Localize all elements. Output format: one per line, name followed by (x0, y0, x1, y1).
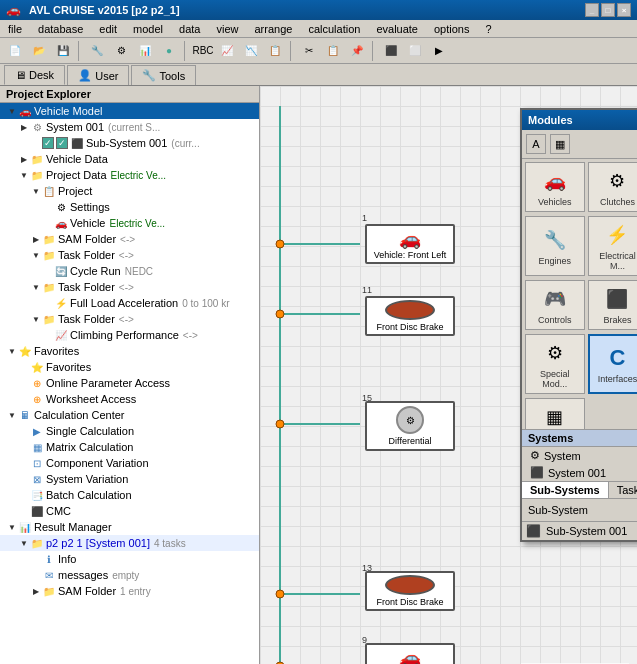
tree-item-subsystem-001[interactable]: ✓ ✓ ⬛ Sub-System 001 (curr... (0, 135, 259, 151)
expand-icon[interactable]: ▼ (6, 521, 18, 533)
module-interfaces[interactable]: C Interfaces (588, 334, 637, 394)
module-vehicles[interactable]: 🚗 Vehicles (525, 162, 585, 212)
toolbar-btn-cut[interactable]: ✂ (298, 40, 320, 62)
toolbar-btn-5[interactable]: RBC (192, 40, 214, 62)
menu-view[interactable]: view (212, 22, 242, 36)
expand-icon[interactable]: ▼ (6, 345, 18, 357)
expand-icon[interactable]: ▼ (18, 537, 30, 549)
toolbar-btn-paste[interactable]: 📌 (346, 40, 368, 62)
toolbar-btn-1[interactable]: 🔧 (86, 40, 108, 62)
node-front-disc-brake1[interactable]: Front Disc Brake (365, 296, 455, 336)
menu-file[interactable]: file (4, 22, 26, 36)
tree-item-task-folder2[interactable]: ▼ 📁 Task Folder <-> (0, 279, 259, 295)
tree-item-vehicle-data[interactable]: ▶ 📁 Vehicle Data (0, 151, 259, 167)
tree-item-calc-center[interactable]: ▼ 🖩 Calculation Center (0, 407, 259, 423)
expand-icon[interactable]: ▼ (30, 313, 42, 325)
module-macros[interactable]: ▦ Macros (525, 398, 585, 429)
module-special[interactable]: ⚙ Special Mod... (525, 334, 585, 394)
expand-icon[interactable]: ▶ (18, 121, 30, 133)
node-vehicle-front-right[interactable]: 🚗 Vehicle: Front Right (365, 643, 455, 664)
tree-item-single-calc[interactable]: ▶ Single Calculation (0, 423, 259, 439)
tree-item-task-folder1[interactable]: ▼ 📁 Task Folder <-> (0, 247, 259, 263)
menu-options[interactable]: options (430, 22, 473, 36)
expand-icon[interactable]: ▼ (30, 249, 42, 261)
toolbar-btn-6[interactable]: 📈 (216, 40, 238, 62)
tree-item-vehicle[interactable]: 🚗 Vehicle Electric Ve... (0, 215, 259, 231)
tree-item-favorites-sub[interactable]: ⭐ Favorites (0, 359, 259, 375)
tree-item-favorites[interactable]: ▼ ⭐ Favorites (0, 343, 259, 359)
expand-icon[interactable]: ▼ (30, 185, 42, 197)
module-electrical[interactable]: ⚡ Electrical M... (588, 216, 637, 276)
expand-icon[interactable]: ▼ (18, 169, 30, 181)
tree-item-settings[interactable]: ⚙ Settings (0, 199, 259, 215)
tab-desk[interactable]: 🖥 Desk (4, 65, 65, 85)
toolbar-btn-2[interactable]: ⚙ (110, 40, 132, 62)
menu-database[interactable]: database (34, 22, 87, 36)
menu-help[interactable]: ? (481, 22, 495, 36)
menu-model[interactable]: model (129, 22, 167, 36)
menu-evaluate[interactable]: evaluate (372, 22, 422, 36)
node-front-disc-brake2[interactable]: Front Disc Brake (365, 571, 455, 611)
toolbar-btn-4[interactable]: ● (158, 40, 180, 62)
node-differential[interactable]: ⚙ Differential (365, 401, 455, 451)
tree-item-messages[interactable]: ✉ messages empty (0, 567, 259, 583)
tree-item-info[interactable]: ℹ Info (0, 551, 259, 567)
tree-item-result-mgr[interactable]: ▼ 📊 Result Manager (0, 519, 259, 535)
module-engines[interactable]: 🔧 Engines (525, 216, 585, 276)
menu-calculation[interactable]: calculation (304, 22, 364, 36)
tree-item-batch-calc[interactable]: 📑 Batch Calculation (0, 487, 259, 503)
subsys-row-001[interactable]: ⬛ Sub-System 001 ✓ ✓ (522, 522, 637, 540)
subsys-tab-tasks[interactable]: Tasks ⊕ (609, 482, 637, 498)
tree-item-system-var[interactable]: ⊠ System Variation (0, 471, 259, 487)
tree-item-component-var[interactable]: ⊡ Component Variation (0, 455, 259, 471)
module-clutches[interactable]: ⚙ Clutches (588, 162, 637, 212)
dialog-tool-text[interactable]: A (526, 134, 546, 154)
subsys-tab-subsystems[interactable]: Sub-Systems (522, 482, 609, 498)
toolbar-btn-7[interactable]: 📉 (240, 40, 262, 62)
toolbar-btn-save[interactable]: 💾 (52, 40, 74, 62)
tree-item-matrix-calc[interactable]: ▦ Matrix Calculation (0, 439, 259, 455)
toolbar-btn-copy[interactable]: 📋 (322, 40, 344, 62)
expand-icon[interactable]: ▼ (6, 409, 18, 421)
tree-item-sam-folder[interactable]: ▶ 📁 SAM Folder <-> (0, 231, 259, 247)
tree-item-full-load[interactable]: ⚡ Full Load Acceleration 0 to 100 kr (0, 295, 259, 311)
maximize-button[interactable]: □ (601, 3, 615, 17)
tab-tools[interactable]: 🔧 Tools (131, 65, 196, 85)
expand-icon[interactable]: ▼ (6, 105, 18, 117)
expand-icon[interactable]: ▼ (30, 281, 42, 293)
toolbar-btn-11[interactable]: ▶ (428, 40, 450, 62)
tree-item-system-001[interactable]: ▶ ⚙ System 001 (current S... (0, 119, 259, 135)
tree-item-vehicle-model[interactable]: ▼ 🚗 Vehicle Model (0, 103, 259, 119)
tree-item-sam-folder2[interactable]: ▶ 📁 SAM Folder 1 entry (0, 583, 259, 599)
module-list[interactable]: 🚗 Vehicles ⚙ Clutches ⚙ Gear Box (522, 159, 637, 429)
system-item-system-001[interactable]: ⬛ System 001 (522, 464, 637, 481)
tree-item-cmc[interactable]: ⬛ CMC (0, 503, 259, 519)
toolbar-btn-8[interactable]: 📋 (264, 40, 286, 62)
dialog-tool-grid[interactable]: ▦ (550, 134, 570, 154)
toolbar-btn-open[interactable]: 📂 (28, 40, 50, 62)
tree-item-worksheet[interactable]: ⊕ Worksheet Access (0, 391, 259, 407)
menu-edit[interactable]: edit (95, 22, 121, 36)
expand-icon[interactable]: ▶ (30, 585, 42, 597)
node-vehicle-front-left[interactable]: 🚗 Vehicle: Front Left (365, 224, 455, 264)
menu-arrange[interactable]: arrange (250, 22, 296, 36)
toolbar-btn-10[interactable]: ⬜ (404, 40, 426, 62)
close-button[interactable]: × (617, 3, 631, 17)
toolbar-btn-new[interactable]: 📄 (4, 40, 26, 62)
tab-user[interactable]: 👤 User (67, 65, 129, 85)
menu-data[interactable]: data (175, 22, 204, 36)
toolbar-btn-3[interactable]: 📊 (134, 40, 156, 62)
expand-icon[interactable]: ▶ (18, 153, 30, 165)
tree-item-task-folder3[interactable]: ▼ 📁 Task Folder <-> (0, 311, 259, 327)
tree-item-p2p2[interactable]: ▼ 📁 p2 p2 1 [System 001] 4 tasks (0, 535, 259, 551)
module-brakes[interactable]: ⬛ Brakes (588, 280, 637, 330)
tree-item-project-data[interactable]: ▼ 📁 Project Data Electric Ve... (0, 167, 259, 183)
system-item-system[interactable]: ⚙ System (522, 447, 637, 464)
tree-item-cycle-run[interactable]: 🔄 Cycle Run NEDC (0, 263, 259, 279)
expand-icon[interactable]: ▶ (30, 233, 42, 245)
tree-item-online-param[interactable]: ⊕ Online Parameter Access (0, 375, 259, 391)
tree-item-climbing[interactable]: 📈 Climbing Performance <-> (0, 327, 259, 343)
tree-container[interactable]: ▼ 🚗 Vehicle Model ▶ ⚙ System 001 (curren… (0, 103, 259, 664)
toolbar-btn-9[interactable]: ⬛ (380, 40, 402, 62)
module-controls[interactable]: 🎮 Controls (525, 280, 585, 330)
